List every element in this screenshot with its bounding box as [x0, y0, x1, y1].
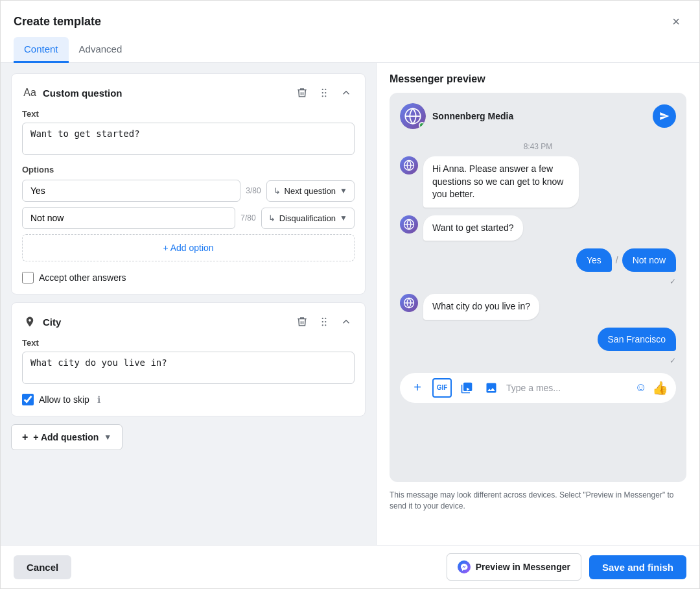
add-question-button[interactable]: + + Add question ▼ — [11, 424, 122, 450]
option-row-not-now: 7/80 ↳ Disqualification ▼ — [22, 207, 355, 229]
right-panel: Messenger preview Sonnenberg Media — [377, 63, 699, 545]
san-francisco-bubble[interactable]: San Francisco — [598, 328, 676, 351]
char-count-yes: 3/80 — [246, 186, 261, 195]
messenger-input-bar: + GIF Type a mes... ☺ 👍 — [400, 373, 676, 403]
question2-bubble: What city do you live in? — [423, 294, 539, 320]
add-action-button[interactable]: + — [408, 378, 427, 398]
tab-content[interactable]: Content — [14, 37, 69, 63]
trash-icon-city — [296, 316, 308, 328]
custom-question-title: Custom question — [43, 88, 294, 99]
plus-icon: + — [22, 431, 28, 443]
yes-bubble[interactable]: Yes — [576, 248, 612, 272]
accept-other-label: Accept other answers — [39, 272, 126, 283]
chevron-up-icon-city — [340, 316, 352, 328]
cancel-button[interactable]: Cancel — [14, 555, 71, 579]
svg-point-11 — [325, 324, 326, 326]
question-text-input[interactable] — [22, 123, 355, 155]
globe-icon-sm — [403, 160, 415, 171]
messenger-container: Sonnenberg Media 8:43 PM Hi Anna. Please… — [390, 93, 686, 482]
svg-point-6 — [322, 318, 323, 319]
save-finish-button[interactable]: Save and finish — [589, 555, 686, 579]
drag-icon-city — [318, 316, 330, 328]
delete-city-question-button[interactable] — [294, 313, 310, 330]
like-button[interactable]: 👍 — [652, 380, 668, 396]
bot-avatar-q2 — [400, 294, 418, 312]
yes-not-now-row: Yes / Not now — [576, 248, 676, 272]
send-button[interactable] — [653, 104, 676, 128]
allow-skip-checkbox[interactable] — [22, 394, 34, 405]
san-francisco-group: San Francisco ✓ — [400, 328, 676, 365]
city-text-field-label: Text — [22, 338, 355, 348]
location-icon — [22, 314, 38, 330]
svg-point-2 — [322, 92, 323, 93]
delete-custom-question-button[interactable] — [294, 84, 310, 101]
chevron-up-icon — [340, 87, 352, 99]
svg-point-10 — [322, 324, 323, 326]
svg-point-5 — [325, 95, 326, 97]
dropdown-arrow-yes: ▼ — [340, 186, 347, 195]
sticker-icon — [460, 381, 473, 394]
bot-avatar-q1 — [400, 215, 418, 234]
reply-options-group: Yes / Not now ✓ — [400, 248, 676, 286]
flag-button[interactable] — [457, 378, 476, 398]
tabs-bar: Content Advanced — [1, 37, 699, 63]
gif-button[interactable]: GIF — [432, 378, 452, 398]
type-input-placeholder[interactable]: Type a mes... — [506, 383, 630, 393]
options-label: Options — [22, 165, 355, 174]
city-question-card: City Text — [11, 302, 366, 416]
add-option-button[interactable]: + Add option — [22, 234, 355, 261]
photo-button[interactable] — [482, 378, 501, 398]
city-question-text-input[interactable] — [22, 352, 355, 384]
svg-point-4 — [322, 95, 323, 97]
send-icon — [659, 111, 670, 121]
trash-icon — [296, 87, 308, 99]
dropdown-arrow-add: ▼ — [104, 433, 111, 442]
info-icon: ℹ — [97, 394, 100, 405]
custom-question-card: Aa Custom question Text — [11, 73, 366, 294]
modal-title: Create template — [14, 15, 101, 29]
message-question1: Want to get started? — [400, 215, 676, 241]
message-greeting: Hi Anna. Please answer a few questions s… — [400, 156, 676, 208]
option-action-label-not-now: Disqualification — [279, 213, 336, 223]
accept-other-row: Accept other answers — [22, 272, 355, 283]
svg-point-1 — [325, 89, 326, 90]
preview-note: This message may look different across d… — [390, 490, 686, 512]
option-action-not-now[interactable]: ↳ Disqualification ▼ — [261, 208, 355, 229]
text-field-label: Text — [22, 109, 355, 119]
delivered-icon: ✓ — [670, 277, 676, 286]
preview-messenger-button[interactable]: Preview in Messenger — [447, 553, 581, 581]
add-question-label: + Add question — [33, 432, 99, 442]
drag-icon — [318, 87, 330, 99]
preview-title: Messenger preview — [390, 73, 686, 85]
allow-skip-label: Allow to skip — [39, 394, 89, 405]
close-button[interactable]: × — [666, 11, 686, 32]
drag-city-question-button[interactable] — [316, 313, 332, 330]
not-now-bubble[interactable]: Not now — [622, 248, 676, 272]
photo-icon — [485, 381, 498, 394]
tab-advanced[interactable]: Advanced — [69, 37, 133, 63]
collapse-city-question-button[interactable] — [338, 313, 355, 330]
footer-right: Preview in Messenger Save and finish — [447, 553, 686, 581]
collapse-custom-question-button[interactable] — [338, 84, 355, 101]
card-actions — [294, 84, 355, 101]
emoji-button[interactable]: ☺ — [635, 381, 647, 394]
accept-other-checkbox[interactable] — [22, 272, 34, 283]
svg-point-8 — [322, 321, 323, 322]
city-question-title: City — [43, 317, 294, 328]
goto-icon-yes: ↳ — [274, 186, 281, 196]
option-action-label-yes: Next question — [285, 186, 336, 196]
city-question-header: City — [22, 313, 355, 330]
svg-point-3 — [325, 92, 326, 93]
option-input-not-now[interactable] — [22, 207, 235, 229]
globe-icon-sm2 — [403, 219, 415, 230]
left-panel: Aa Custom question Text — [1, 63, 377, 545]
delivered-icon-2: ✓ — [670, 356, 676, 365]
dropdown-arrow-not-now: ▼ — [340, 213, 347, 222]
option-input-yes[interactable] — [22, 180, 240, 202]
bot-avatar-greeting — [400, 156, 418, 174]
option-action-yes[interactable]: ↳ Next question ▼ — [266, 180, 355, 202]
svg-point-9 — [325, 321, 326, 322]
globe-icon-sm3 — [403, 297, 415, 309]
drag-custom-question-button[interactable] — [316, 84, 332, 101]
svg-point-0 — [322, 89, 323, 90]
